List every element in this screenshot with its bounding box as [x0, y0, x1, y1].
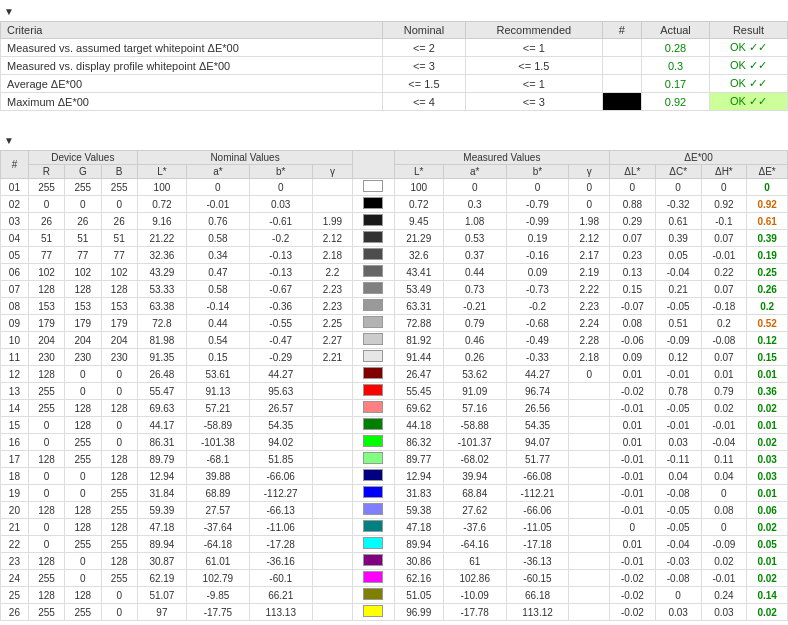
ov-mL: 53.49: [394, 281, 443, 298]
ov-lstar: 100: [137, 179, 186, 196]
ov-swatch: [353, 417, 394, 434]
ov-astar: 39.88: [187, 468, 250, 485]
ov-dC: 0.51: [655, 315, 701, 332]
summary-nominal: <= 1.5: [382, 75, 465, 93]
ov-g: 255: [65, 451, 101, 468]
ov-b: 255: [101, 179, 137, 196]
ov-r: 0: [28, 536, 64, 553]
ov-g: 0: [65, 196, 101, 213]
ov-dE: 0.2: [747, 298, 788, 315]
ov-lstar: 43.29: [137, 264, 186, 281]
ov-mL: 91.44: [394, 349, 443, 366]
ov-g: 0: [65, 553, 101, 570]
overview-section: ▼ # Device Values Nominal Values Measure…: [0, 129, 788, 621]
summary-nominal: <= 4: [382, 93, 465, 111]
ov-g: 128: [65, 400, 101, 417]
ov-bstar: -0.61: [249, 213, 312, 230]
ov-gamma: [312, 587, 353, 604]
summary-criteria: Average ΔE*00: [1, 75, 383, 93]
ov-b: 230: [101, 349, 137, 366]
ov-lstar: 62.19: [137, 570, 186, 587]
ov-lstar: 53.33: [137, 281, 186, 298]
ov-num: 10: [1, 332, 29, 349]
ov-mg: 2.22: [569, 281, 610, 298]
ov-dH: 0.07: [701, 230, 747, 247]
summary-recommended: <= 3: [466, 93, 603, 111]
ov-r: 0: [28, 434, 64, 451]
ov-bstar: -0.13: [249, 247, 312, 264]
ov-dC: -0.05: [655, 502, 701, 519]
ov-r: 255: [28, 570, 64, 587]
ov-ma: 53.62: [443, 366, 506, 383]
ov-gamma: 1.99: [312, 213, 353, 230]
ov-g: 0: [65, 570, 101, 587]
ov-mb: -0.79: [506, 196, 569, 213]
ov-dH: -0.01: [701, 570, 747, 587]
ov-b: 0: [101, 587, 137, 604]
th-dH: ΔH*: [701, 165, 747, 179]
ov-swatch: [353, 230, 394, 247]
ov-mg: [569, 519, 610, 536]
ov-mL: 0.72: [394, 196, 443, 213]
th-astar-meas: a*: [443, 165, 506, 179]
ov-r: 77: [28, 247, 64, 264]
th-swatch: [353, 151, 394, 179]
ov-r: 128: [28, 451, 64, 468]
ov-bstar: -66.13: [249, 502, 312, 519]
ov-astar: -0.14: [187, 298, 250, 315]
ov-dH: 0.11: [701, 451, 747, 468]
ov-num: 26: [1, 604, 29, 621]
summary-actual: 0.17: [642, 75, 710, 93]
col-criteria: Criteria: [1, 22, 383, 39]
ov-g: 179: [65, 315, 101, 332]
ov-bstar: -0.2: [249, 230, 312, 247]
ov-r: 0: [28, 485, 64, 502]
ov-b: 128: [101, 400, 137, 417]
ov-mL: 9.45: [394, 213, 443, 230]
ov-r: 255: [28, 179, 64, 196]
ov-lstar: 89.94: [137, 536, 186, 553]
ov-mL: 43.41: [394, 264, 443, 281]
ov-swatch: [353, 179, 394, 196]
ov-num: 06: [1, 264, 29, 281]
ov-dL: 0.01: [610, 417, 656, 434]
ov-dH: -0.09: [701, 536, 747, 553]
ov-gamma: 2.25: [312, 315, 353, 332]
ov-dE: 0.39: [747, 230, 788, 247]
ov-mb: 94.07: [506, 434, 569, 451]
ov-mg: 0: [569, 196, 610, 213]
ov-astar: 57.21: [187, 400, 250, 417]
ov-bstar: -0.13: [249, 264, 312, 281]
ov-dH: 0.01: [701, 366, 747, 383]
ov-dH: 0.07: [701, 349, 747, 366]
ov-b: 128: [101, 519, 137, 536]
ov-mg: [569, 468, 610, 485]
ov-mL: 63.31: [394, 298, 443, 315]
ov-gamma: [312, 536, 353, 553]
ov-num: 16: [1, 434, 29, 451]
ov-b: 128: [101, 468, 137, 485]
ov-g: 255: [65, 434, 101, 451]
ov-mb: -112.21: [506, 485, 569, 502]
ov-ma: 102.86: [443, 570, 506, 587]
ov-gamma: [312, 196, 353, 213]
ov-dE: 0.52: [747, 315, 788, 332]
summary-result: OK ✓✓: [710, 93, 788, 111]
ov-gamma: [312, 179, 353, 196]
ov-ma: -17.78: [443, 604, 506, 621]
ov-swatch: [353, 315, 394, 332]
ov-ma: 91.09: [443, 383, 506, 400]
ov-mb: -0.99: [506, 213, 569, 230]
ov-dH: 0.04: [701, 468, 747, 485]
ov-dC: 0.39: [655, 230, 701, 247]
ov-mL: 100: [394, 179, 443, 196]
ov-lstar: 72.8: [137, 315, 186, 332]
summary-actual: 0.28: [642, 39, 710, 57]
th-r: R: [28, 165, 64, 179]
ov-mg: [569, 383, 610, 400]
ov-bstar: 54.35: [249, 417, 312, 434]
col-actual: Actual: [642, 22, 710, 39]
ov-mb: -66.06: [506, 502, 569, 519]
ov-dH: 0.79: [701, 383, 747, 400]
ov-ma: -58.88: [443, 417, 506, 434]
